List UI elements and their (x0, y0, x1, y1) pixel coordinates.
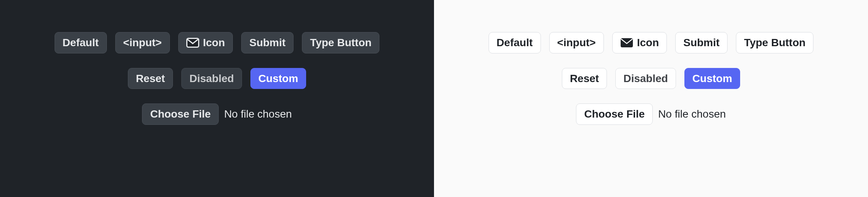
button-row-1: Default <input> Icon Submit Type Button (489, 32, 814, 53)
mail-icon (186, 38, 199, 48)
file-input-row: Choose File No file chosen (576, 103, 726, 125)
default-button[interactable]: Default (55, 32, 107, 53)
icon-button-label: Icon (203, 36, 225, 49)
icon-button[interactable]: Icon (178, 32, 233, 53)
submit-button[interactable]: Submit (675, 32, 728, 53)
input-button[interactable]: <input> (115, 32, 170, 53)
button-row-2: Reset Disabled Custom (128, 68, 306, 89)
type-button[interactable]: Type Button (736, 32, 813, 53)
button-row-1: Default <input> Icon Submit Type Button (55, 32, 380, 53)
mail-icon (620, 38, 633, 48)
default-button[interactable]: Default (489, 32, 541, 53)
disabled-button: Disabled (615, 68, 676, 89)
file-status-text: No file chosen (224, 108, 292, 120)
icon-button-label: Icon (637, 36, 659, 49)
disabled-button: Disabled (181, 68, 242, 89)
icon-button[interactable]: Icon (612, 32, 667, 53)
custom-button[interactable]: Custom (684, 68, 740, 89)
file-input-row: Choose File No file chosen (142, 103, 292, 125)
input-button[interactable]: <input> (549, 32, 604, 53)
choose-file-button[interactable]: Choose File (142, 103, 219, 125)
type-button[interactable]: Type Button (302, 32, 379, 53)
choose-file-button[interactable]: Choose File (576, 103, 653, 125)
reset-button[interactable]: Reset (562, 68, 607, 89)
file-status-text: No file chosen (658, 108, 726, 120)
light-theme-panel: Default <input> Icon Submit Type Button … (434, 0, 868, 197)
dark-theme-panel: Default <input> Icon Submit Type Button … (0, 0, 434, 197)
button-row-2: Reset Disabled Custom (562, 68, 740, 89)
custom-button[interactable]: Custom (250, 68, 306, 89)
submit-button[interactable]: Submit (241, 32, 294, 53)
reset-button[interactable]: Reset (128, 68, 173, 89)
